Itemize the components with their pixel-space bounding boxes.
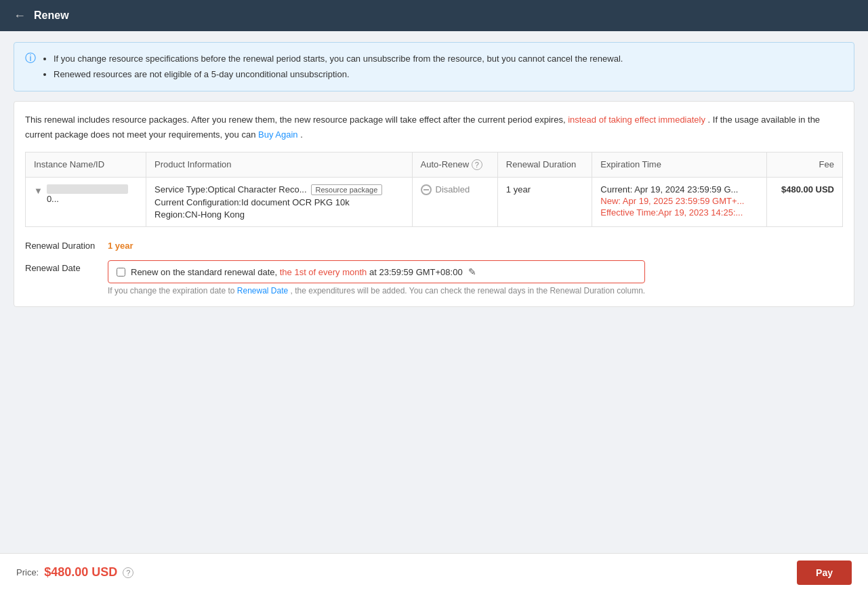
desc-highlight-1: instead of taking effect immediately [568, 115, 705, 125]
auto-renew-help-icon[interactable]: ? [472, 159, 482, 170]
table-header-row: Instance Name/ID Product Information Aut… [26, 152, 843, 177]
info-icon: ⓘ [25, 52, 36, 66]
renewal-duration-label: Renewal Duration [25, 238, 100, 253]
info-bullet-1: If you change resource specifications be… [54, 51, 623, 66]
hint-text-2: , the expenditures will be added. You ca… [291, 286, 646, 296]
instance-cell: ▼ 0... [26, 177, 146, 226]
renewal-date-row: Renewal Date Renew on the standard renew… [25, 260, 843, 296]
renewal-date-hint-link[interactable]: Renewal Date [237, 286, 288, 296]
col-fee: Fee [766, 152, 842, 177]
instance-suffix: 0... [47, 194, 128, 204]
resource-package-badge: Resource package [311, 184, 383, 195]
pay-button[interactable]: Pay [797, 561, 852, 585]
main-content: ⓘ If you change resource specifications … [0, 31, 868, 553]
bottom-bar: Price: $480.00 USD ? Pay [0, 553, 868, 591]
exp-new: New: Apr 19, 2025 23:59:59 GMT+... [600, 196, 758, 206]
renewals-table: Instance Name/ID Product Information Aut… [25, 152, 843, 227]
renewal-date-box: Renew on the standard renewal date, the … [108, 260, 645, 283]
renewal-duration-value: 1 year [108, 238, 133, 253]
row-expand-icon[interactable]: ▼ [34, 186, 43, 196]
exp-effective: Effective Time:Apr 19, 2023 14:25:... [600, 207, 758, 218]
price-help-icon[interactable]: ? [123, 567, 133, 578]
fee-cell: $480.00 USD [766, 177, 842, 226]
renewal-section: Renewal Duration 1 year Renewal Date Ren… [25, 238, 843, 296]
service-type-text: Service Type:Optical Character Reco... [154, 184, 306, 195]
hint-text-1: If you change the expiration date to [108, 286, 234, 296]
price-amount: $480.00 USD [44, 565, 117, 579]
fee-amount: $480.00 USD [781, 184, 834, 195]
desc-text-3: . [300, 129, 303, 140]
description-text: This renewal includes resource packages.… [25, 113, 843, 142]
renewal-date-checkbox[interactable] [117, 268, 125, 277]
region-text: Region:CN-Hong Kong [154, 209, 404, 220]
renewal-hint: If you change the expiration date to Ren… [108, 286, 645, 296]
buy-again-link[interactable]: Buy Again [258, 129, 298, 140]
exp-current: Current: Apr 19, 2024 23:59:59 G... [600, 184, 758, 195]
table-row: ▼ 0... Service Type:Optical Character Re… [26, 177, 843, 226]
price-label: Price: [16, 567, 39, 577]
product-cell: Service Type:Optical Character Reco... R… [146, 177, 413, 226]
renewal-date-label: Renewal Date [25, 260, 100, 276]
col-renewal-duration: Renewal Duration [497, 152, 592, 177]
date-prefix: Renew on the standard renewal date, [131, 267, 277, 277]
expiration-cell: Current: Apr 19, 2024 23:59:59 G... New:… [592, 177, 767, 226]
col-auto-renew: Auto-Renew ? [412, 152, 497, 177]
renewal-date-content: Renew on the standard renewal date, the … [108, 260, 645, 296]
col-expiration: Expiration Time [592, 152, 767, 177]
renewal-date-text: Renew on the standard renewal date, the … [131, 267, 463, 277]
info-bullet-2: Renewed resources are not eligible of a … [54, 66, 623, 82]
col-instance: Instance Name/ID [26, 152, 146, 177]
page-title: Renew [34, 9, 69, 22]
date-suffix: at 23:59:59 GMT+08:00 [369, 267, 463, 277]
disabled-icon [421, 184, 432, 195]
col-product: Product Information [146, 152, 413, 177]
renewal-duration-row: Renewal Duration 1 year [25, 238, 843, 253]
auto-renew-status: Disabled [436, 184, 470, 195]
price-section: Price: $480.00 USD ? [16, 565, 133, 579]
instance-id-blur [47, 184, 128, 194]
auto-renew-cell: Disabled [412, 177, 497, 226]
desc-text-1: This renewal includes resource packages.… [25, 115, 566, 125]
info-text: If you change resource specifications be… [43, 51, 623, 83]
back-button[interactable]: ← [14, 9, 26, 23]
renewal-duration-cell: 1 year [497, 177, 592, 226]
current-config-text: Current Configuration:Id document OCR PK… [154, 197, 404, 207]
main-panel: This renewal includes resource packages.… [14, 101, 854, 308]
edit-date-icon[interactable]: ✎ [468, 266, 476, 277]
date-highlight: the 1st of every month [280, 267, 367, 277]
top-bar: ← Renew [0, 0, 868, 31]
info-banner: ⓘ If you change resource specifications … [14, 42, 854, 91]
renewal-duration-highlight: 1 year [108, 241, 133, 251]
